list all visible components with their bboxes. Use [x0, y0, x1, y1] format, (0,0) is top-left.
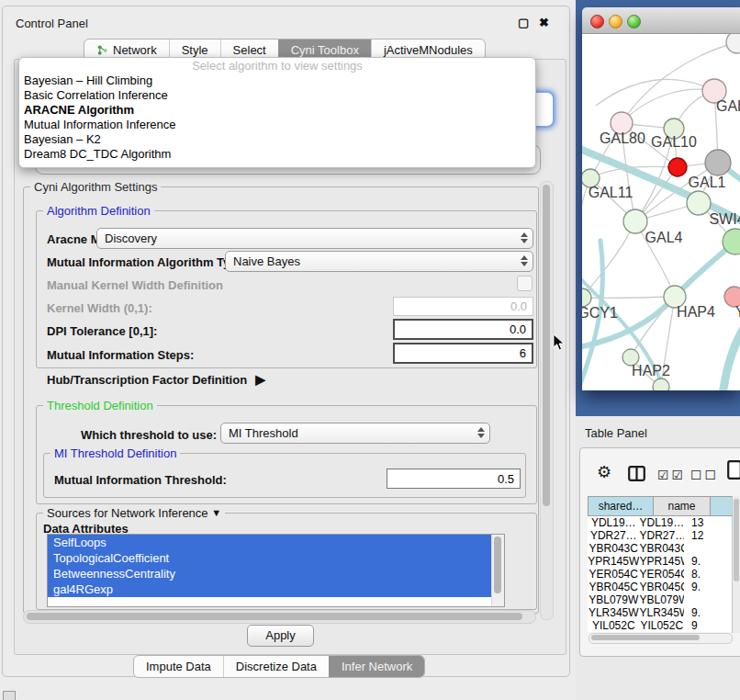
spinner-icon	[521, 232, 528, 243]
mi-type-select[interactable]: Naive Bayes	[225, 251, 533, 272]
table-cell	[684, 542, 732, 555]
attribute-item-topologicalcoefficient[interactable]: TopologicalCoefficient	[48, 550, 498, 566]
network-node-label: GAL	[716, 98, 740, 114]
table-cell: YIL052C	[588, 619, 639, 632]
column-header-shared[interactable]: shared…	[588, 496, 654, 516]
dropdown-item-mutual-information-inference[interactable]: Mutual Information Inference	[19, 118, 535, 132]
zoom-button[interactable]	[627, 15, 641, 28]
hub-definition-expander[interactable]: Hub/Transcription Factor Definition ▶	[47, 372, 265, 387]
network-node-gcy1[interactable]	[582, 288, 591, 307]
table-row[interactable]: YER054CYER054C8.	[588, 568, 732, 581]
threshold-definition-title: Threshold Definition	[43, 399, 157, 412]
table-cell: YDR27…	[639, 529, 684, 542]
table-cell: YIL052C	[639, 619, 684, 632]
sources-expander[interactable]: Sources for Network Inference ▼	[43, 506, 225, 520]
mi-threshold-title: MI Threshold Definition	[50, 446, 180, 460]
table-cell: YBR045C	[588, 581, 639, 593]
data-attributes-list[interactable]: SelfLoopsTopologicalCoefficientBetweenne…	[47, 534, 505, 607]
window-title-bar[interactable]	[582, 7, 740, 34]
table-row[interactable]: YIL052CYIL052C9	[588, 619, 732, 632]
network-node-label: GAL4	[645, 230, 683, 245]
sources-title: Sources for Network Inference	[47, 506, 208, 520]
attribute-item-gal4rgexp[interactable]: gal4RGexp	[48, 581, 498, 597]
network-node-label: SWI4	[709, 211, 740, 227]
spinner-icon	[477, 427, 485, 438]
table-cell: YER054C	[639, 568, 684, 581]
float-panel-icon[interactable]: ▢	[518, 16, 529, 29]
unchecked-columns-icon[interactable]: ☐☐	[690, 468, 719, 482]
network-node-label: GAL80	[600, 130, 645, 146]
table-row[interactable]: YBR045CYBR045C9.	[588, 581, 732, 593]
table-cell: YBL079W	[639, 593, 684, 606]
tab-infer-network[interactable]: Infer Network	[329, 656, 424, 677]
table-row[interactable]: YPR145WYPR145W9.	[588, 555, 732, 568]
minimize-button[interactable]	[609, 15, 622, 28]
attribute-item-selfloops[interactable]: SelfLoops	[48, 535, 498, 550]
mi-type-value: Naive Bayes	[233, 254, 300, 268]
which-threshold-select[interactable]: MI Threshold	[220, 423, 490, 444]
close-button[interactable]	[590, 15, 604, 28]
settings-vertical-scrollbar[interactable]	[540, 181, 554, 620]
which-threshold-value: MI Threshold	[229, 426, 298, 440]
table-row[interactable]: YBL079WYBL079W	[588, 593, 732, 606]
checked-columns-icon[interactable]: ☑☑	[657, 468, 686, 482]
aracne-mode-select[interactable]: Discovery	[96, 228, 533, 249]
table-cell: 8.	[684, 568, 732, 581]
split-columns-icon[interactable]	[628, 466, 645, 481]
table-row[interactable]: YLR345WYLR345W9.	[588, 606, 732, 619]
table-row[interactable]: YBR043CYBR043C	[588, 542, 732, 555]
gear-icon[interactable]: ⚙	[597, 462, 611, 482]
mi-steps-label: Mutual Information Steps:	[47, 348, 194, 362]
network-canvas[interactable]: GALGAL80GAL10GAL1GAL11SWI4GAL4GCY1HAP4YH…	[582, 34, 740, 390]
network-node-gal4[interactable]	[623, 209, 647, 233]
resize-grip[interactable]	[3, 691, 16, 700]
table-row[interactable]: YDR27…YDR27…12	[588, 529, 732, 542]
table-cell: YDL19…	[588, 516, 639, 529]
close-panel-icon[interactable]: ✖	[539, 16, 549, 29]
table-cell: YBL079W	[588, 593, 639, 606]
list-vertical-scrollbar[interactable]	[491, 535, 504, 606]
network-node[interactable]	[668, 158, 687, 176]
network-node[interactable]	[705, 150, 731, 175]
network-node-label: GCY1	[582, 305, 618, 321]
dropdown-item-basic-correlation-inference[interactable]: Basic Correlation Inference	[19, 88, 535, 103]
dropdown-item-bayesian-k2[interactable]: Bayesian – K2	[19, 132, 535, 147]
apply-button[interactable]: Apply	[247, 625, 314, 647]
network-node-label: GAL1	[689, 175, 726, 190]
dropdown-placeholder: Select algorithm to view settings	[19, 58, 535, 73]
network-node[interactable]	[726, 34, 740, 53]
table-row[interactable]: YDL19…YDL19…13	[588, 516, 732, 529]
table-cell: 9.	[684, 555, 732, 568]
kernel-width-field[interactable]: 0.0	[393, 297, 533, 316]
dropdown-item-list: Bayesian – Hill ClimbingBasic Correlatio…	[19, 73, 535, 162]
tab-discretize-data[interactable]: Discretize Data	[223, 656, 329, 677]
table-horizontal-scrollbar[interactable]	[589, 633, 733, 644]
page-icon[interactable]	[727, 460, 740, 480]
table-cell: 12	[684, 529, 732, 542]
mi-type-label: Mutual Information Algorithm Type:	[47, 255, 248, 269]
network-node-gal1[interactable]	[687, 191, 711, 215]
kernel-width-label: Kernel Width (0,1):	[47, 301, 152, 315]
bottom-tab-bar: Impute DataDiscretize DataInfer Network	[133, 655, 425, 678]
dropdown-item-aracne-algorithm[interactable]: ARACNE Algorithm	[19, 103, 535, 118]
mi-steps-field[interactable]: 6	[393, 343, 533, 364]
network-view-window: GALGAL80GAL10GAL1GAL11SWI4GAL4GCY1HAP4YH…	[582, 7, 740, 390]
dropdown-item-dream8-dc-tdc-algorithm[interactable]: Dream8 DC_TDC Algorithm	[19, 147, 535, 162]
network-node-label: HAP2	[632, 363, 670, 378]
table-cell: 13	[684, 516, 732, 529]
table-vertical-scrollbar[interactable]	[732, 496, 740, 633]
which-threshold-label: Which threshold to use:	[81, 428, 217, 442]
dropdown-item-bayesian-hill-climbing[interactable]: Bayesian – Hill Climbing	[19, 73, 535, 88]
tab-impute-data[interactable]: Impute Data	[134, 656, 223, 677]
column-header-name[interactable]: name	[654, 496, 711, 516]
table-cell: 9	[684, 619, 732, 632]
network-node[interactable]	[653, 378, 669, 390]
table-cell: YBR045C	[639, 581, 684, 593]
manual-kernel-checkbox[interactable]	[517, 276, 533, 291]
attribute-item-betweennesscentrality[interactable]: BetweennessCentrality	[48, 566, 498, 581]
settings-horizontal-scrollbar[interactable]	[23, 610, 536, 624]
settings-group-title: Cyni Algorithm Settings	[30, 180, 161, 194]
dpi-tolerance-field[interactable]: 0.0	[393, 319, 533, 340]
panel-title: Control Panel	[16, 17, 88, 30]
mi-threshold-field[interactable]: 0.5	[387, 469, 521, 489]
